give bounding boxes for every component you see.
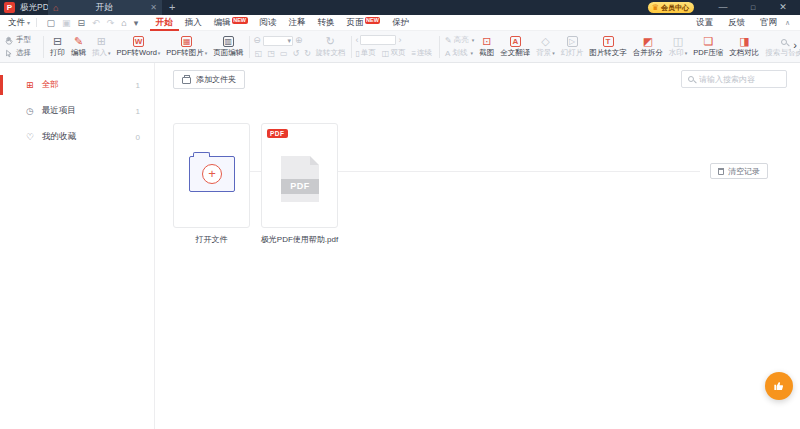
zoom-in-icon: ⊕ <box>295 36 303 45</box>
open-file-card[interactable]: + <box>173 123 250 228</box>
document-tab[interactable]: ⌂ 开始 ✕ <box>48 0 162 15</box>
pdf-compress-button-label: PDF压缩 <box>693 48 723 58</box>
page-edit-button-label: 页面编辑 <box>213 48 243 58</box>
pdf-to-word-button[interactable]: WPDF转Word▾ <box>114 32 164 62</box>
rotate-document-button: ↻ 旋转文档 <box>312 32 348 62</box>
chevron-down-icon: ▾ <box>287 37 291 45</box>
link-website[interactable]: 官网 <box>760 17 777 29</box>
background-button: ◇背景▾ <box>533 32 558 62</box>
edit-button[interactable]: ✎编辑 <box>68 32 89 62</box>
sidebar-item-recent-count: 1 <box>136 107 140 116</box>
home-quick-icon[interactable]: ⌂ <box>121 15 126 31</box>
search-icon <box>781 39 787 45</box>
pdf-compress-button[interactable]: ❏PDF压缩 <box>690 32 726 62</box>
file-menu[interactable]: 文件 ▾ <box>8 17 30 29</box>
close-button[interactable]: ✕ <box>768 0 798 15</box>
new-badge: NEW <box>365 17 381 24</box>
ribbon-group-main: ⊟打印✎编辑⊞插入▾WPDF转Word▾▦PDF转图片▾▥页面编辑 <box>47 32 246 62</box>
search-box[interactable] <box>681 70 787 88</box>
add-folder-button[interactable]: 添加文件夹 <box>173 70 245 89</box>
link-settings[interactable]: 设置 <box>696 17 713 29</box>
merge-split-button-label: 合并拆分 <box>633 48 663 58</box>
slideshow-button-icon: ▷ <box>567 36 578 47</box>
print-button-icon: ⊟ <box>53 35 62 47</box>
sidebar-item-all-icon: ⊞ <box>26 80 34 90</box>
menu-tab-annotate[interactable]: 注释 <box>283 15 312 31</box>
plus-icon: + <box>202 164 222 184</box>
print-button-label: 打印 <box>50 48 65 58</box>
menubar-links: 设置反馈官网 <box>696 17 777 29</box>
pdf-to-image-button[interactable]: ▦PDF转图片▾ <box>163 32 210 62</box>
menu-tab-protect[interactable]: 保护 <box>386 15 415 31</box>
single-page-button: ▯单页 <box>355 48 375 58</box>
feedback-like-button[interactable] <box>765 372 793 400</box>
menu-tab-read[interactable]: 阅读 <box>254 15 283 31</box>
menu-tab-page[interactable]: 页面NEW <box>341 15 387 31</box>
single-page-button-icon: ▯ <box>355 49 359 58</box>
menu-tab-home[interactable]: 开始 <box>150 15 179 31</box>
merge-split-button[interactable]: ◩合并拆分 <box>630 32 666 62</box>
search-input[interactable] <box>699 75 780 84</box>
menu-tabs: 开始插入编辑NEW阅读注释转换页面NEW保护 <box>150 15 416 31</box>
doc-compare-button-label: 文档对比 <box>729 48 759 58</box>
screenshot-button[interactable]: ⊡截图 <box>476 32 497 62</box>
sidebar-item-recent[interactable]: ◷最近项目1 <box>0 98 154 124</box>
maximize-button[interactable]: □ <box>738 0 768 15</box>
page-number-input <box>360 35 396 45</box>
menu-tab-convert[interactable]: 转换 <box>312 15 341 31</box>
edit-button-icon: ✎ <box>74 35 83 47</box>
pdf-badge: PDF <box>267 129 288 138</box>
translate-button[interactable]: A全文翻译 <box>497 32 533 62</box>
collapse-ribbon-icon[interactable]: ∧ <box>785 19 790 27</box>
member-center-badge[interactable]: ♛ 会员中心 <box>648 2 694 13</box>
tab-title: 开始 <box>58 2 150 14</box>
menubar: 文件 ▾ ▢▣⊟↶↷⌂▾ 开始插入编辑NEW阅读注释转换页面NEW保护 设置反馈… <box>0 15 800 31</box>
edit-button-label: 编辑 <box>71 48 86 58</box>
chevron-down-icon: ▾ <box>205 50 208 56</box>
sidebar-item-all[interactable]: ⊞全部1 <box>0 72 154 98</box>
continuous-button-label: 连续 <box>417 48 432 58</box>
clear-history-button[interactable]: 清空记录 <box>710 163 768 179</box>
image-to-text-button[interactable]: T图片转文字 <box>586 32 630 62</box>
sidebar: ⊞全部1◷最近项目1♡我的收藏0 <box>0 63 155 429</box>
prev-page-icon: ‹ <box>355 36 358 45</box>
menu-tab-edit[interactable]: 编辑NEW <box>208 15 254 31</box>
background-button-label: 背景▾ <box>536 48 555 58</box>
merge-split-button-icon: ◩ <box>643 35 653 47</box>
sidebar-item-favorites[interactable]: ♡我的收藏0 <box>0 124 154 150</box>
tab-close-icon[interactable]: ✕ <box>150 3 157 12</box>
select-tool-label: 选择 <box>16 48 31 58</box>
undo-icon: ↶ <box>92 15 100 31</box>
insert-button-icon: ⊞ <box>97 35 106 47</box>
page-edit-button[interactable]: ▥页面编辑 <box>210 32 246 62</box>
doc-compare-button-icon: ◨ <box>739 35 749 47</box>
recent-files-grid: +打开文件PDFPDF极光PDF使用帮助.pdf <box>173 123 338 245</box>
divider <box>351 36 352 58</box>
new-tab-button[interactable]: + <box>169 0 175 15</box>
zoom-level-input: ▾ <box>263 36 293 46</box>
slideshow-button: ▷幻灯片 <box>558 32 587 62</box>
pdf-to-image-button-icon: ▦ <box>181 36 192 47</box>
double-page-button-label: 双页 <box>390 48 405 58</box>
link-feedback[interactable]: 反馈 <box>728 17 745 29</box>
divider <box>43 36 44 58</box>
open-file-card-wrap: +打开文件 <box>173 123 250 245</box>
quick-more-icon[interactable]: ▾ <box>134 15 139 31</box>
image-to-text-button-label: 图片转文字 <box>589 48 627 58</box>
sidebar-item-all-count: 1 <box>136 81 140 90</box>
print-button[interactable]: ⊟打印 <box>47 32 68 62</box>
more-tools-icon[interactable]: › <box>791 39 799 51</box>
print-quick-icon[interactable]: ⊟ <box>78 15 86 31</box>
menu-tab-insert[interactable]: 插入 <box>179 15 208 31</box>
page-edit-button-icon: ▥ <box>223 36 234 47</box>
sidebar-item-favorites-label: 我的收藏 <box>42 131 76 143</box>
pdf-file-card[interactable]: PDFPDF <box>261 123 338 228</box>
minimize-button[interactable]: — <box>708 0 738 15</box>
hand-tool[interactable]: 手型 <box>4 35 40 45</box>
image-to-text-button-icon: T <box>603 36 614 47</box>
rotate-document-label: 旋转文档 <box>315 48 345 58</box>
open-file-icon[interactable]: ▢ <box>47 15 56 31</box>
select-tool[interactable]: 选择 <box>4 48 40 58</box>
doc-compare-button[interactable]: ◨文档对比 <box>726 32 762 62</box>
add-folder-label: 添加文件夹 <box>196 74 236 85</box>
